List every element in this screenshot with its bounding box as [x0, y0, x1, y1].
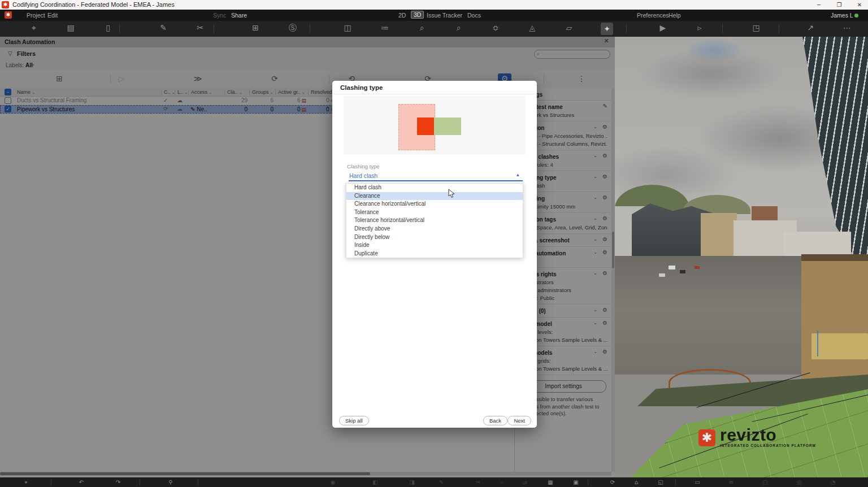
cube-box-icon[interactable]: ◨ [407, 479, 417, 486]
paint-bucket-icon[interactable]: ◬ [526, 24, 539, 34]
menu-edit[interactable]: Edit [47, 12, 58, 19]
user-name[interactable]: James L [831, 12, 853, 19]
clash-automation-icon[interactable]: ✦ [601, 23, 613, 35]
issue-warning-icon[interactable]: ≎ [489, 24, 502, 34]
scissors-clip-icon[interactable]: ✂ [473, 479, 483, 486]
model-edge-line [817, 331, 818, 356]
toolbar-separator [588, 479, 588, 485]
revizto-menu-logo-icon[interactable]: ✱ [5, 11, 12, 19]
toolbar-separator [722, 24, 723, 33]
minimize-button[interactable]: − [811, 1, 826, 9]
menu-2d[interactable]: 2D [398, 12, 406, 19]
menu-help[interactable]: Help [669, 12, 681, 19]
dropdown-option[interactable]: Duplicate [346, 250, 523, 258]
dropdown-option[interactable]: Hard clash [346, 184, 523, 192]
dropdown-option[interactable]: Directly above [346, 225, 523, 233]
clashing-type-dialog: Clashing type Clashing type Hard clash ▴… [332, 81, 537, 428]
revizto-tagline: INTEGRATED COLLABORATION PLATFORM [720, 443, 816, 447]
clashing-type-value[interactable]: Hard clash [349, 172, 377, 179]
revizto-app-window: ✱ Codifying Coordination - Federated Mod… [0, 0, 868, 487]
maximize-button[interactable]: ❐ [832, 1, 847, 9]
mouse-cursor [448, 189, 455, 198]
clock-icon[interactable]: ◔ [828, 479, 838, 486]
menu-issue-tracker[interactable]: Issue Tracker [427, 12, 462, 19]
revizto-watermark-icon: ✱ [698, 429, 715, 446]
revizto-logo-icon: ✱ [2, 1, 9, 8]
tan-wall [801, 254, 868, 389]
clashing-type-dropdown: Hard clashClearanceClearance horizontal/… [346, 183, 523, 258]
paint-doc-icon[interactable]: ▱ [563, 24, 575, 34]
grid-levels-icon[interactable]: ▦ [545, 479, 555, 486]
cube-section-icon[interactable]: ◧ [370, 479, 380, 486]
toolbar-separator [675, 479, 676, 485]
skip-all-button[interactable]: Skip all [339, 416, 369, 425]
close-button[interactable]: ✕ [852, 1, 867, 9]
monitor-icon[interactable]: ▢ [760, 479, 770, 486]
dropdown-option[interactable]: Tolerance [346, 208, 523, 217]
section-camera-icon[interactable]: ◫ [341, 24, 354, 34]
tablet-present-icon[interactable]: ▭ [692, 479, 702, 486]
toolbar-separator [310, 24, 310, 33]
map-icon[interactable]: ▤ [64, 24, 77, 34]
toolbar-separator [626, 24, 627, 33]
cloud [637, 48, 784, 99]
user-status-dot [854, 14, 858, 18]
notes-icon[interactable]: ≔ [379, 24, 391, 34]
shield-clash-icon[interactable]: ▣ [571, 479, 581, 486]
dialog-title: Clashing type [340, 84, 383, 91]
menu-docs[interactable]: Docs [467, 12, 481, 19]
scissors-icon[interactable]: ✂ [194, 24, 206, 34]
dropdown-option[interactable]: Inside [346, 241, 523, 250]
export-view-icon[interactable]: ↗ [804, 24, 817, 34]
viewport-3d[interactable]: ✱ revizto INTEGRATED COLLABORATION PLATF… [615, 37, 868, 477]
dropdown-option[interactable]: Clearance [346, 192, 523, 201]
location-pin-icon[interactable]: ⌖ [28, 24, 40, 34]
chevron-up-icon[interactable]: ▴ [517, 172, 519, 177]
video-camera-icon[interactable]: ▹ [693, 24, 706, 34]
next-button[interactable]: Next [507, 416, 531, 425]
menu-project[interactable]: Project [27, 12, 45, 19]
dropdown-option[interactable]: Directly below [346, 233, 523, 242]
home-view-icon[interactable]: ⌂ [631, 479, 641, 486]
eye-visibility-icon[interactable]: ◉ [328, 479, 338, 486]
play-video-icon[interactable]: ▶ [657, 24, 669, 34]
clashing-type-field-label: Clashing type [347, 163, 380, 169]
viewport-bottom-toolbar: ⌖↶↷⚲◉◧◨✎✂⌕⊿▦▣⟳⌂◱▭≡▢◎◔ [0, 477, 868, 487]
location-pin-icon[interactable]: ⌖ [21, 479, 31, 486]
clash-type-illustration [344, 96, 526, 154]
undo-icon[interactable]: ↶ [76, 479, 86, 486]
illustration-clash-overlap [417, 118, 434, 135]
more-horizontal-icon[interactable]: ⋯ [841, 24, 853, 34]
menu-sync[interactable]: Sync [213, 12, 226, 19]
car [659, 273, 665, 277]
menu-3d[interactable]: 3D [411, 11, 424, 19]
revizto-brand: revizto [720, 428, 816, 442]
sheet-icon[interactable]: ▯ [102, 24, 114, 34]
search-zoom-icon[interactable]: ⌕ [497, 479, 507, 486]
toolbar-separator [119, 24, 120, 33]
target-icon[interactable]: ◎ [794, 479, 804, 486]
dropdown-option[interactable]: Tolerance horizontal/vertical [346, 216, 523, 225]
angle-measure-icon[interactable]: ⊿ [520, 479, 530, 486]
back-button[interactable]: Back [483, 416, 507, 425]
toolbar-separator [140, 479, 140, 485]
dropdown-option[interactable]: Clearance horizontal/vertical [346, 200, 523, 208]
binoculars-icon[interactable]: ⌕ [416, 24, 428, 34]
box-3d-icon[interactable]: ◳ [750, 24, 762, 34]
comment-add-icon[interactable]: ⊞ [249, 24, 262, 34]
orbit-rotate-icon[interactable]: ⟳ [607, 479, 618, 486]
fullscreen-expand-icon[interactable]: ◱ [656, 479, 666, 486]
menu-bar: ✱ Project Edit Sync Share 2D 3D Issue Tr… [0, 10, 868, 21]
pencil-measure-icon[interactable]: ✎ [436, 479, 446, 486]
walk-mode-icon[interactable]: ⚲ [166, 479, 176, 486]
toolbar-separator [198, 479, 198, 485]
layers-icon[interactable]: ≡ [726, 479, 736, 486]
redo-icon[interactable]: ↷ [113, 479, 123, 486]
car [695, 266, 700, 269]
toolbar-separator [51, 479, 51, 485]
stamp-st-icon[interactable]: Ⓢ [287, 24, 299, 34]
menu-preferences[interactable]: Preferences [637, 12, 669, 19]
menu-share[interactable]: Share [231, 12, 247, 19]
pencil-icon[interactable]: ✎ [157, 24, 170, 34]
binoculars-doc-icon[interactable]: ⌕ [453, 24, 465, 34]
